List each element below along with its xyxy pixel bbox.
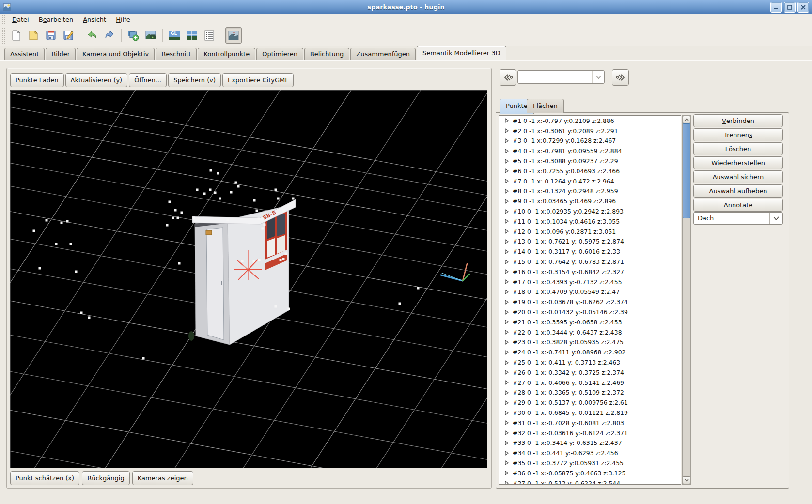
button-aktualisieren-y[interactable]: Aktualisieren (y) <box>65 73 128 87</box>
point-select-combo[interactable] <box>517 70 605 84</box>
point-row[interactable]: #30 0 -1 x:-0.6845 y:-0.01121 z:2.819 <box>499 408 681 418</box>
minimize-button[interactable] <box>770 2 782 13</box>
expander-icon[interactable] <box>505 300 509 305</box>
point-row[interactable]: #13 0 -1 x:-0.7621 y:-0.5975 z:2.874 <box>499 237 681 247</box>
expander-icon[interactable] <box>505 159 509 164</box>
point-row[interactable]: #18 0 -1 x:0.4709 y:0.05549 z:2.47 <box>499 287 681 297</box>
expander-icon[interactable] <box>505 149 509 153</box>
expander-icon[interactable] <box>505 411 509 415</box>
point-row[interactable]: #29 0 -1 x:-0.5137 y:-0.009756 z:2.61 <box>499 397 681 408</box>
menubar-grip[interactable] <box>2 15 6 24</box>
point-row[interactable]: #5 0 -1 x:-0.3088 y:0.09237 z:2.29 <box>499 156 681 166</box>
expander-icon[interactable] <box>505 441 509 445</box>
point-row[interactable]: #12 0 -1 x:0.096 y:0.2871 z:3.051 <box>499 227 681 237</box>
expander-icon[interactable] <box>505 320 509 324</box>
point-row[interactable]: #9 0 -1 x:0.03465 y:0.469 z:2.896 <box>499 196 681 206</box>
point-row[interactable]: #24 0 -1 x:-0.7411 y:0.08968 z:2.902 <box>499 347 681 357</box>
expander-icon[interactable] <box>505 229 509 234</box>
3d-viewport[interactable]: SB-S <box>10 90 487 468</box>
button-speichern-v[interactable]: Speichern (v) <box>168 73 221 87</box>
expander-icon[interactable] <box>505 219 509 224</box>
menu-ansicht[interactable]: Ansicht <box>78 15 111 25</box>
point-row[interactable]: #16 0 -1 x:-0.3154 y:-0.6842 z:2.327 <box>499 267 681 277</box>
point-row[interactable]: #3 0 -1 x:0.7299 y:0.1628 z:2.467 <box>499 136 681 146</box>
action-button-annotate[interactable]: Annotate <box>693 199 783 212</box>
expander-icon[interactable] <box>505 460 509 465</box>
menu-datei[interactable]: Datei <box>7 15 34 25</box>
expander-icon[interactable] <box>505 209 509 214</box>
point-row[interactable]: #17 0 -1 x:0.4393 y:-0.7132 z:2.455 <box>499 277 681 287</box>
expander-icon[interactable] <box>505 390 509 395</box>
expander-icon[interactable] <box>505 310 509 315</box>
open-project-button[interactable] <box>26 28 41 43</box>
point-list-scrollbar[interactable] <box>682 115 691 485</box>
expander-icon[interactable] <box>505 400 509 405</box>
point-row[interactable]: #32 0 -1 x:-0.03616 y:-0.6124 z:2.371 <box>499 428 681 438</box>
button-punkt-sch-tzen-x[interactable]: Punkt schätzen (x) <box>10 471 79 485</box>
scrollbar-thumb[interactable] <box>683 123 690 218</box>
building-model[interactable]: SB-S <box>188 199 296 345</box>
point-row[interactable]: #21 0 -1 x:0.3595 y:-0.0658 z:2.453 <box>499 317 681 327</box>
action-button-auswahl-aufheben[interactable]: Auswahl aufheben <box>693 184 783 198</box>
point-row[interactable]: #15 0 -1 x:-0.7642 y:-0.6783 z:2.871 <box>499 257 681 267</box>
add-images-button[interactable] <box>125 28 141 43</box>
tab-flaechen[interactable]: Flächen <box>527 99 564 113</box>
next-point-button[interactable] <box>612 69 629 86</box>
action-button-wiederherstellen[interactable]: Wiederherstellen <box>693 156 783 169</box>
tab-optimieren[interactable]: Optimieren <box>256 48 303 60</box>
scroll-up-icon[interactable] <box>683 116 690 123</box>
add-image-button[interactable] <box>143 28 158 43</box>
point-row[interactable]: #33 0 -1 x:0.3414 y:-0.6315 z:2.437 <box>499 438 681 448</box>
menu-bearbeiten[interactable]: Bearbeiten <box>34 15 78 25</box>
expander-icon[interactable] <box>505 471 509 475</box>
close-button[interactable] <box>797 2 809 13</box>
maximize-button[interactable] <box>784 2 796 13</box>
point-row[interactable]: #2 0 -1 x:-0.3061 y:0.2089 z:2.291 <box>499 126 681 136</box>
point-row[interactable]: #27 0 -1 x:-0.4066 y:-0.5141 z:2.469 <box>499 378 681 388</box>
save-project-button[interactable] <box>43 28 59 43</box>
button-kameras-zeigen[interactable]: Kameras zeigen <box>132 471 193 485</box>
gl-preview-button[interactable]: GL <box>167 28 182 43</box>
expander-icon[interactable] <box>505 481 509 485</box>
category-combo[interactable]: Dach <box>693 212 783 225</box>
toolbar-grip[interactable] <box>2 27 6 44</box>
point-row[interactable]: #35 0 -1 x:0.3772 y:0.05931 z:2.455 <box>499 458 681 468</box>
point-row[interactable]: #28 0 -1 x:-0.3365 y:-0.5109 z:2.372 <box>499 388 681 398</box>
point-row[interactable]: #22 0 -1 x:0.3444 y:-0.6437 z:2.438 <box>499 327 681 337</box>
preview-panorama-button[interactable] <box>184 28 200 43</box>
expander-icon[interactable] <box>505 420 509 425</box>
expander-icon[interactable] <box>505 138 509 143</box>
point-row[interactable]: #34 0 -1 x:0.441 y:-0.6293 z:2.456 <box>499 448 681 458</box>
expander-icon[interactable] <box>505 290 509 294</box>
category-dropdown-icon[interactable] <box>769 213 782 224</box>
show-control-points-button[interactable] <box>202 28 217 43</box>
expander-icon[interactable] <box>505 451 509 456</box>
expander-icon[interactable] <box>505 330 509 335</box>
expander-icon[interactable] <box>505 179 509 183</box>
expander-icon[interactable] <box>505 128 509 133</box>
point-row[interactable]: #20 0 -1 x:-0.01432 y:-0.05146 z:2.39 <box>499 307 681 317</box>
expander-icon[interactable] <box>505 239 509 244</box>
button-exportiere-citygml[interactable]: Exportiere CityGML <box>222 73 294 87</box>
button-r-ckg-ngig[interactable]: Rückgängig <box>82 471 130 485</box>
tab-zusammenf-gen[interactable]: Zusammenfügen <box>350 48 416 60</box>
point-row[interactable]: #14 0 -1 x:-0.3117 y:-0.6016 z:2.33 <box>499 246 681 257</box>
expander-icon[interactable] <box>505 340 509 345</box>
redo-button[interactable] <box>102 28 117 43</box>
point-row[interactable]: #7 0 -1 x:-0.1264 y:0.472 z:2.964 <box>499 176 681 186</box>
expander-icon[interactable] <box>505 118 509 123</box>
button-punkte-laden[interactable]: Punkte Laden <box>10 73 64 87</box>
expander-icon[interactable] <box>505 168 509 173</box>
point-row[interactable]: #11 0 -1 x:0.1034 y:0.4616 z:3.055 <box>499 216 681 227</box>
expander-icon[interactable] <box>505 370 509 375</box>
expander-icon[interactable] <box>505 279 509 284</box>
undo-button[interactable] <box>84 28 100 43</box>
point-row[interactable]: #4 0 -1 x:-0.7981 y:0.09559 z:2.884 <box>499 146 681 156</box>
tab-beschnitt[interactable]: Beschnitt <box>156 48 197 60</box>
action-button-auswahl-sichern[interactable]: Auswahl sichern <box>693 170 783 183</box>
point-row[interactable]: #36 0 -1 x:-0.05875 y:0.4663 z:3.125 <box>499 468 681 478</box>
point-row[interactable]: #19 0 -1 x:-0.03678 y:-0.6262 z:2.374 <box>499 297 681 307</box>
point-row[interactable]: #25 0 -1 x:-0.411 y:-0.3713 z:2.463 <box>499 357 681 367</box>
expander-icon[interactable] <box>505 189 509 194</box>
expander-icon[interactable] <box>505 249 509 254</box>
